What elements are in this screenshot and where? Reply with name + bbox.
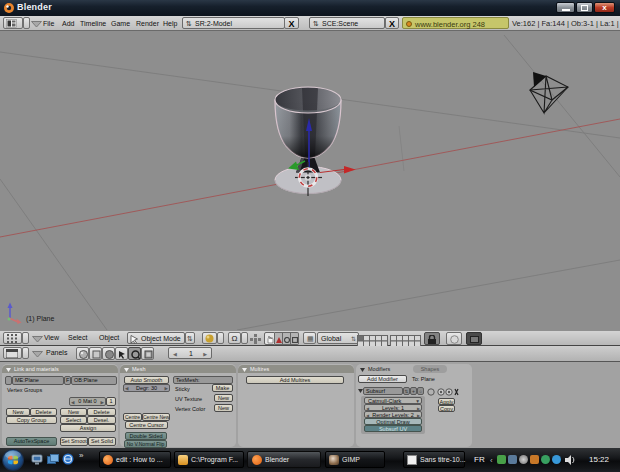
svg-text:(1) Plane: (1) Plane [26, 315, 55, 323]
